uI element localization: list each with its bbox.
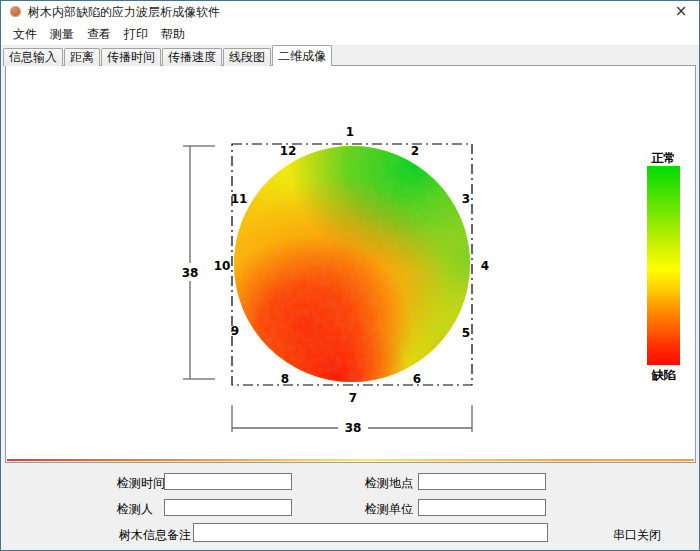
sensor-label-9: 9: [231, 324, 239, 338]
serial-port-status: 串口关闭: [613, 527, 661, 544]
detector-label: 检测人: [117, 501, 153, 517]
detect-time-label: 检测时间: [117, 475, 165, 491]
app-window: 树木内部缺陷的应力波层析成像软件 × 文件 测量 查看 打印 帮助 信息输入 距…: [0, 0, 700, 551]
tree-remarks-input[interactable]: [193, 523, 548, 542]
menu-print[interactable]: 打印: [119, 24, 153, 45]
imaging-panel: 1 2 3 4 5 6 7 8 9 10 11 12 38: [5, 65, 696, 463]
tree-remarks-label: 树木信息备注: [119, 527, 191, 543]
detector-input[interactable]: [164, 499, 292, 516]
sensor-label-8: 8: [281, 372, 289, 386]
tab-2d-imaging[interactable]: 二维成像: [272, 45, 332, 66]
width-dimension: 38: [232, 405, 472, 436]
sensor-label-10: 10: [214, 259, 231, 273]
tab-info-input[interactable]: 信息输入: [3, 48, 63, 66]
colorbar-defect-label: 缺陷: [643, 367, 684, 384]
title-bar: 树木内部缺陷的应力波层析成像软件 ×: [1, 1, 699, 24]
colorbar-normal-label: 正常: [643, 150, 684, 167]
sensor-label-5: 5: [462, 326, 470, 340]
menu-bar: 文件 测量 查看 打印 帮助: [1, 23, 699, 46]
window-title: 树木内部缺陷的应力波层析成像软件: [28, 1, 220, 23]
tab-line-graph[interactable]: 线段图: [223, 48, 271, 66]
tab-bar: 信息输入 距离 传播时间 传播速度 线段图 二维成像: [3, 45, 699, 66]
sensor-label-2: 2: [411, 144, 419, 158]
menu-file[interactable]: 文件: [8, 24, 42, 45]
detect-unit-label: 检测单位: [365, 501, 413, 517]
height-dimension: 38: [176, 146, 215, 379]
detect-place-input[interactable]: [418, 473, 546, 490]
detect-unit-input[interactable]: [418, 499, 546, 516]
sensor-label-7: 7: [349, 391, 357, 405]
close-button[interactable]: ×: [669, 1, 693, 23]
height-dim-label: 38: [182, 266, 199, 280]
detect-place-label: 检测地点: [365, 475, 413, 491]
sensor-label-3: 3: [462, 192, 470, 206]
panel-accent-line: [7, 459, 694, 461]
width-dim-label: 38: [345, 421, 362, 435]
sensor-label-12: 12: [280, 144, 297, 158]
tab-distance[interactable]: 距离: [64, 48, 100, 66]
sensor-label-4: 4: [481, 259, 489, 273]
tab-propagation-time[interactable]: 传播时间: [101, 48, 161, 66]
sensor-label-6: 6: [413, 372, 421, 386]
menu-view[interactable]: 查看: [82, 24, 116, 45]
tab-propagation-speed[interactable]: 传播速度: [162, 48, 222, 66]
detect-time-input[interactable]: [164, 473, 292, 490]
menu-measure[interactable]: 测量: [45, 24, 79, 45]
menu-help[interactable]: 帮助: [156, 24, 190, 45]
sensor-label-11: 11: [231, 192, 248, 206]
colorbar-gradient: [647, 166, 680, 365]
tree-cross-section-heatmap: [166, 66, 553, 438]
tomogram-canvas: 1 2 3 4 5 6 7 8 9 10 11 12 38: [6, 66, 695, 462]
sensor-label-1: 1: [346, 125, 354, 139]
app-icon: [10, 6, 21, 17]
